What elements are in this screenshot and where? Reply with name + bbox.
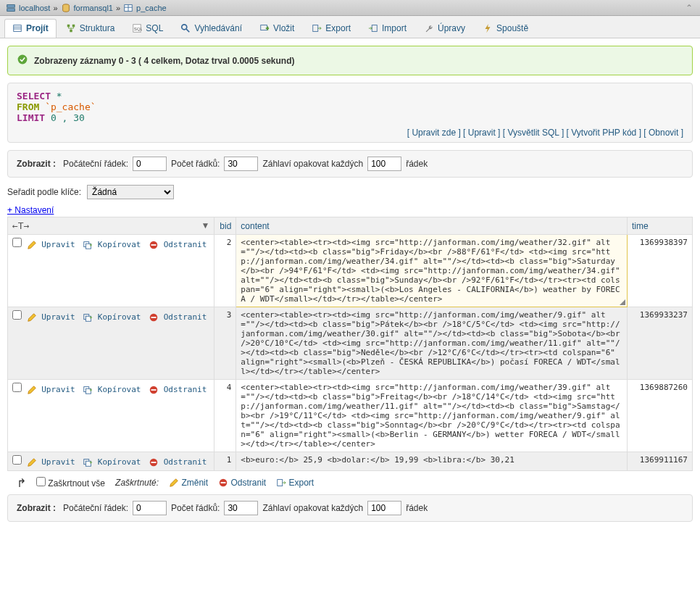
svg-rect-29 (86, 388, 91, 394)
create-php-button[interactable]: Vytvořit PHP kód (571, 128, 636, 138)
check-all-checkbox[interactable] (36, 477, 46, 486)
row-delete-button[interactable]: Odstranit (149, 312, 207, 322)
row-edit-button[interactable]: Upravit (27, 312, 75, 322)
sort-row: Seřadit podle klíče: Žádná (7, 185, 693, 199)
svg-line-15 (186, 29, 189, 32)
row-count-input[interactable] (224, 157, 258, 171)
row-delete-button[interactable]: Odstranit (149, 385, 207, 394)
delete-icon (149, 385, 159, 395)
table-row: Upravit Kopírovat Odstranit4<center><tab… (8, 380, 693, 452)
row-actions: Upravit Kopírovat Odstranit (8, 307, 214, 380)
success-text: Zobrazeny záznamy 0 - 3 ( 4 celkem, Dota… (34, 56, 294, 66)
search-icon (180, 23, 191, 33)
table-row: Upravit Kopírovat Odstranit2<center><tab… (8, 235, 693, 307)
svg-rect-35 (151, 462, 157, 463)
row-copy-button[interactable]: Kopírovat (83, 312, 141, 322)
start-row-input-bottom[interactable] (133, 501, 167, 515)
tab-sql[interactable]: SQLSQL (124, 19, 171, 38)
sort-key-select[interactable]: Žádná (87, 185, 174, 199)
cell-time[interactable]: 1369911167 (628, 452, 693, 471)
resize-handle[interactable] (620, 299, 625, 305)
bulk-export-button[interactable]: Export (276, 478, 314, 488)
breadcrumb-db[interactable]: formansql1 (74, 4, 113, 12)
row-checkbox[interactable] (12, 238, 22, 247)
col-time[interactable]: time (628, 217, 693, 235)
svg-point-19 (18, 55, 28, 65)
cell-bid[interactable]: 4 (214, 380, 236, 452)
header-repeat-input[interactable] (367, 157, 401, 171)
row-actions: Upravit Kopírovat Odstranit (8, 235, 214, 307)
cell-time[interactable]: 1369933237 (628, 307, 693, 380)
col-bid[interactable]: bid (214, 217, 236, 235)
tab-import[interactable]: Import (360, 19, 414, 38)
sort-toggle-icon[interactable]: ▼ (201, 220, 209, 230)
trigger-icon (483, 23, 493, 33)
cell-content[interactable]: <center><table><tr><td><img src="http://… (236, 235, 628, 307)
svg-rect-38 (278, 480, 283, 486)
start-row-input[interactable] (133, 157, 167, 171)
svg-rect-18 (372, 25, 377, 32)
copy-icon (83, 312, 93, 323)
row-copy-button[interactable]: Kopírovat (83, 385, 141, 394)
col-content[interactable]: content (236, 217, 628, 235)
nav-arrows[interactable]: ←T→ (12, 220, 29, 231)
breadcrumb-host[interactable]: localhost (19, 4, 50, 12)
row-edit-button[interactable]: Upravit (27, 240, 75, 249)
tab-export[interactable]: Export (304, 19, 359, 38)
pencil-icon (27, 240, 37, 250)
cell-content[interactable]: <center><table><tr><td><img src="http://… (236, 380, 628, 452)
import-icon (368, 23, 378, 33)
check-all[interactable]: Zaškrtnout vše (36, 477, 105, 488)
svg-rect-0 (7, 4, 15, 7)
row-edit-button[interactable]: Upravit (27, 385, 75, 394)
cell-bid[interactable]: 3 (214, 307, 236, 380)
svg-rect-6 (14, 25, 22, 32)
collapse-icon[interactable]: ⌃ (684, 3, 694, 13)
edit-inline-button[interactable]: Upravit zde (412, 128, 456, 138)
cell-time[interactable]: 1369887260 (628, 380, 693, 452)
cell-time[interactable]: 1369938397 (628, 235, 693, 307)
svg-point-14 (182, 25, 187, 30)
row-edit-button[interactable]: Upravit (27, 457, 75, 467)
structure-icon (66, 23, 76, 33)
row-checkbox[interactable] (12, 455, 22, 465)
tab-browse[interactable]: Projít (4, 19, 57, 38)
svg-rect-23 (151, 244, 157, 246)
tab-insert[interactable]: Vložit (251, 19, 302, 38)
svg-rect-10 (72, 25, 75, 28)
settings-toggle[interactable]: + Nastavení (7, 205, 54, 215)
refresh-button[interactable]: Obnovit (649, 128, 678, 138)
row-copy-button[interactable]: Kopírovat (83, 240, 141, 249)
delete-icon (218, 478, 228, 488)
bulk-delete-button[interactable]: Odstranit (218, 478, 266, 488)
sql-query-box: SELECT * FROM `p_cache` LIMIT 0 , 30 [ U… (7, 83, 693, 143)
tab-search[interactable]: Vyhledávání (172, 19, 250, 38)
export-icon (276, 478, 286, 488)
explain-sql-button[interactable]: Vysvětlit SQL (507, 128, 559, 138)
table-row: Upravit Kopírovat Odstranit3<center><tab… (8, 307, 693, 380)
tab-triggers[interactable]: Spouště (475, 19, 536, 38)
row-count-input-bottom[interactable] (224, 501, 258, 515)
copy-icon (83, 240, 93, 250)
delete-icon (149, 312, 159, 323)
success-message: Zobrazeny záznamy 0 - 3 ( 4 celkem, Dota… (7, 46, 693, 75)
tab-operations[interactable]: Úpravy (416, 19, 473, 38)
breadcrumb-table[interactable]: p_cache (136, 4, 167, 12)
row-copy-button[interactable]: Kopírovat (83, 457, 141, 467)
tab-structure[interactable]: Struktura (58, 19, 123, 38)
cell-bid[interactable]: 1 (214, 452, 236, 471)
row-actions: Upravit Kopírovat Odstranit (8, 380, 214, 452)
svg-rect-11 (70, 30, 72, 33)
row-delete-button[interactable]: Odstranit (149, 240, 207, 249)
edit-button[interactable]: Upravit (468, 128, 496, 138)
cell-content[interactable]: <center><table><tr><td><img src="http://… (236, 307, 628, 380)
topbar: localhost » formansql1 » p_cache ⌃ (0, 0, 700, 16)
row-checkbox[interactable] (12, 310, 22, 320)
cell-content[interactable]: <b>euro:</b> 25,9 <b>dolar:</b> 19,99 <b… (236, 452, 628, 471)
row-delete-button[interactable]: Odstranit (149, 457, 207, 467)
cell-bid[interactable]: 2 (214, 235, 236, 307)
header-repeat-input-bottom[interactable] (367, 501, 401, 515)
bulk-change-button[interactable]: Změnit (169, 478, 208, 488)
row-checkbox[interactable] (12, 383, 22, 392)
delete-icon (149, 240, 159, 250)
